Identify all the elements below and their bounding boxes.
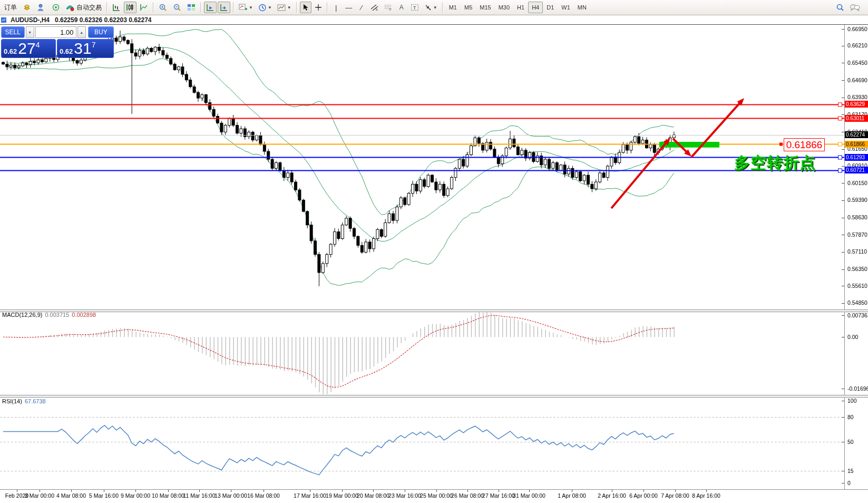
toolbar-right-group — [833, 2, 863, 13]
price-axis-separator — [844, 24, 845, 489]
timeframe-group: M1M5M15M30H1H4D1W1MN — [445, 2, 590, 13]
price-tag: 0.60721 — [845, 167, 868, 173]
main-chart-canvas[interactable] — [0, 0, 868, 503]
time-axis-label: 10 Mar 08:00 — [152, 492, 184, 499]
data-window-button[interactable] — [35, 2, 48, 13]
vertical-line-button[interactable]: | — [330, 2, 342, 13]
macd-tick-label: -0.01696 — [847, 385, 868, 392]
template-chart-icon — [277, 4, 286, 12]
timeframe-button-M15[interactable]: M15 — [476, 2, 494, 13]
zoom-out-icon — [173, 4, 182, 12]
auto-trading-label: 自动交易 — [76, 3, 102, 12]
text-label-icon: T — [411, 4, 419, 11]
chevron-down-icon: ▼ — [268, 5, 272, 10]
timeframe-button-M5[interactable]: M5 — [461, 2, 476, 13]
chart-shift-button[interactable] — [218, 2, 230, 13]
cursor-button[interactable] — [300, 2, 311, 13]
price-tick-label: 0.55610 — [847, 283, 867, 289]
chat-button[interactable] — [847, 2, 862, 13]
volume-increase-button[interactable]: ▲ — [77, 26, 86, 38]
fibonacci-button[interactable]: F — [382, 2, 395, 13]
horizontal-line-button[interactable]: — — [343, 2, 355, 13]
price-tick-label: 0.66950 — [847, 26, 867, 32]
mt4-window: 订单 自动交易 — [0, 0, 868, 503]
channel-button[interactable]: E — [368, 2, 381, 13]
time-axis-label: 25 Mar 00:00 — [420, 492, 453, 499]
text-label-button[interactable]: T — [408, 2, 421, 13]
timeframe-button-H4[interactable]: H4 — [528, 2, 543, 13]
macd-signal-value: 0.002898 — [72, 312, 96, 318]
price-tick-label: 0.57110 — [847, 248, 867, 255]
chart-caption: AUDUSD-,H4 0.62259 0.62326 0.62203 0.622… — [0, 15, 868, 25]
toolbar-separator — [327, 2, 328, 13]
new-order-label: 订单 — [4, 3, 17, 12]
zoom-out-button[interactable] — [171, 2, 184, 13]
auto-scroll-button[interactable] — [204, 2, 217, 13]
pane-separator-rsi[interactable] — [0, 395, 868, 398]
time-axis-label: 23 Mar 16:00 — [388, 492, 421, 499]
periods-button[interactable]: ▼ — [256, 2, 274, 13]
toolbar-separator — [106, 2, 108, 13]
search-icon — [836, 4, 844, 12]
price-tick-label: 0.63930 — [847, 94, 867, 100]
time-axis-label: 20 Mar 08:00 — [357, 492, 389, 499]
pane-separator-macd[interactable] — [0, 309, 868, 312]
price-level-text-object[interactable]: 0.61866 — [784, 138, 825, 151]
templates-button[interactable]: ▼ — [275, 2, 294, 13]
zoom-in-button[interactable] — [157, 2, 170, 13]
cursor-icon — [303, 4, 309, 11]
chat-bubbles-icon — [850, 4, 860, 12]
macd-tick-label: 0.007363 — [847, 312, 868, 318]
sonar-icon — [52, 4, 60, 11]
timeframe-button-D1[interactable]: D1 — [543, 2, 558, 13]
svg-text:F: F — [389, 8, 392, 11]
crosshair-button[interactable] — [313, 2, 324, 13]
timeframe-button-W1[interactable]: W1 — [558, 2, 574, 13]
bar-chart-button[interactable] — [110, 2, 123, 13]
arrows-button[interactable]: ▼ — [422, 2, 440, 13]
trendline-button[interactable]: ∕ — [356, 2, 367, 13]
price-tick-label: 0.60150 — [847, 180, 867, 186]
chevron-down-icon: ▼ — [249, 5, 253, 10]
timeframe-button-M1[interactable]: M1 — [445, 2, 461, 13]
new-order-button[interactable]: 订单 — [1, 2, 19, 13]
sell-price-display[interactable]: 0.62 27 4 — [1, 39, 56, 58]
volume-decrease-button[interactable]: ▼ — [26, 26, 34, 38]
price-tick-label: 0.65450 — [847, 60, 867, 66]
macd-name: MACD(12,26,9) — [2, 312, 42, 318]
price-tag: 0.61866 — [845, 141, 868, 148]
rsi-tick-label: 50 — [847, 439, 854, 445]
time-axis-separator — [0, 489, 868, 490]
auto-trading-button[interactable]: 自动交易 — [63, 2, 104, 13]
market-watch-button[interactable] — [20, 2, 34, 13]
clock-icon — [258, 4, 267, 12]
price-tick-label: 0.54850 — [847, 299, 867, 306]
buy-button[interactable]: BUY — [88, 26, 114, 38]
text-button[interactable]: A — [396, 2, 407, 13]
arrows-tool-icon — [424, 4, 432, 11]
price-tick-label: 0.57870 — [847, 231, 867, 238]
volume-input[interactable]: 1.00 — [35, 26, 76, 38]
time-axis-label: 4 Mar 08:00 — [56, 492, 86, 499]
search-button[interactable] — [834, 2, 846, 13]
time-axis-label: 17 Mar 16:00 — [294, 492, 326, 499]
rsi-tick-label: 15 — [847, 468, 854, 474]
time-axis-label: 6 Apr 00:00 — [629, 492, 658, 499]
chart-window-icon — [1, 17, 6, 23]
chevron-down-icon: ▼ — [433, 5, 437, 10]
timeframe-button-MN[interactable]: MN — [574, 2, 590, 13]
line-chart-button[interactable] — [138, 2, 150, 13]
sell-price-pip: 4 — [36, 41, 40, 49]
indicators-button[interactable]: ▼ — [237, 2, 255, 13]
time-axis-label: 31 Mar 00:00 — [513, 492, 545, 499]
turning-point-text-object[interactable]: 多空转折点 — [734, 152, 816, 174]
vertical-line-icon: | — [335, 4, 337, 12]
signals-button[interactable] — [50, 2, 62, 13]
auto-trading-icon — [65, 4, 75, 11]
timeframe-button-H1[interactable]: H1 — [513, 2, 528, 13]
sell-button[interactable]: SELL — [1, 26, 25, 38]
timeframe-button-M30[interactable]: M30 — [495, 2, 513, 13]
buy-price-display[interactable]: 0.62 31 7 — [57, 39, 114, 58]
tile-windows-button[interactable] — [185, 2, 198, 13]
candlestick-chart-button[interactable] — [124, 2, 136, 13]
